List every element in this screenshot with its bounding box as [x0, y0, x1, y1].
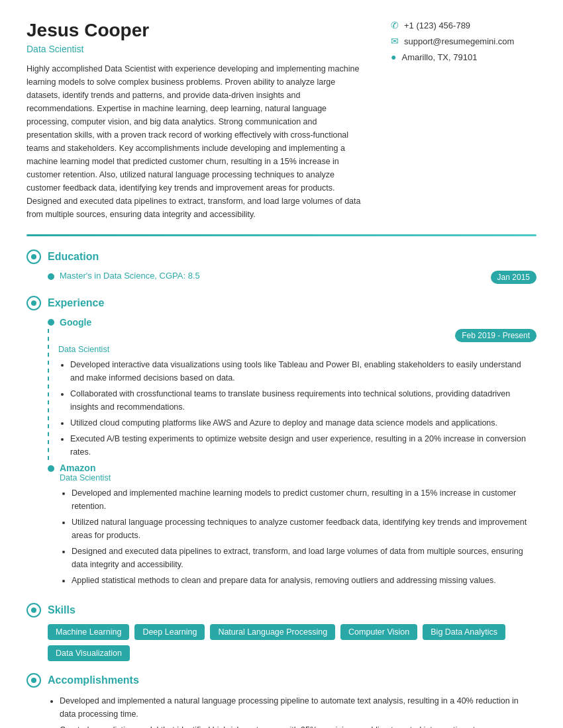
- accomplishments-icon: [26, 673, 41, 688]
- google-content: Feb 2019 - Present Data Scientist Develo…: [58, 329, 537, 463]
- amazon-content: Amazon Data Scientist Developed and impl…: [60, 463, 537, 591]
- google-bullet-2: Collaborated with crossfunctional teams …: [70, 387, 537, 414]
- education-date: Jan 2015: [491, 271, 537, 284]
- phone-number: +1 (123) 456-789: [404, 21, 470, 30]
- google-timeline: Feb 2019 - Present Data Scientist Develo…: [48, 329, 537, 463]
- education-title: Education: [48, 251, 99, 263]
- experience-header: Experience: [26, 296, 537, 310]
- amazon-dot: [48, 465, 54, 472]
- skills-header: Skills: [26, 603, 537, 617]
- header-right: ✆ +1 (123) 456-789 ✉ support@resumegemin…: [391, 20, 537, 62]
- email-address: support@resumegemini.com: [404, 36, 514, 46]
- skills-section: Skills Machine Learning Deep Learning Na…: [26, 603, 537, 661]
- education-icon-inner: [31, 254, 36, 259]
- location-icon: ●: [391, 52, 396, 62]
- accomplishments-icon-inner: [31, 678, 36, 683]
- location-contact: ● Amarillo, TX, 79101: [391, 52, 537, 62]
- amazon-role: Data Scientist: [60, 473, 537, 482]
- header: Jesus Cooper Data Scientist Highly accom…: [26, 20, 537, 221]
- accomplishments-title: Accomplishments: [48, 674, 139, 686]
- accomplishments-header: Accomplishments: [26, 673, 537, 688]
- education-entry: Master's in Data Science, CGPA: 8.5 Jan …: [48, 271, 537, 284]
- experience-icon: [26, 296, 41, 310]
- accomplishments-section: Accomplishments Developed and implemente…: [26, 673, 537, 728]
- accomplishments-bullets: Developed and implemented a natural lang…: [48, 694, 537, 728]
- acc-bullet-2: Created a predictive model that identifi…: [60, 723, 537, 728]
- amazon-bullets: Developed and implemented machine learni…: [60, 486, 537, 587]
- accomplishments-content: Developed and implemented a natural lang…: [48, 694, 537, 728]
- candidate-name: Jesus Cooper: [26, 20, 391, 41]
- section-divider: [26, 234, 537, 236]
- email-icon: ✉: [391, 36, 399, 46]
- google-bullet-3: Utilized cloud computing platforms like …: [70, 416, 537, 430]
- amazon-bullet-2: Utilized natural language processing tec…: [72, 516, 537, 542]
- skills-container: Machine Learning Deep Learning Natural L…: [48, 624, 537, 661]
- google-bullets: Developed interactive data visualization…: [58, 358, 537, 459]
- phone-icon: ✆: [391, 20, 399, 30]
- job-title: Data Scientist: [26, 44, 391, 54]
- amazon-bullet-1: Developed and implemented machine learni…: [72, 486, 537, 513]
- google-bullet-1: Developed interactive data visualization…: [70, 358, 537, 385]
- skill-computer-vision: Computer Vision: [340, 624, 417, 640]
- acc-bullet-1: Developed and implemented a natural lang…: [60, 694, 537, 721]
- education-section: Education Master's in Data Science, CGPA…: [26, 250, 537, 284]
- education-icon: [26, 250, 41, 264]
- experience-section: Experience Google Feb 2019 - Present Dat…: [26, 296, 537, 591]
- education-degree: Master's in Data Science, CGPA: 8.5: [60, 271, 200, 281]
- skills-title: Skills: [48, 604, 76, 616]
- skill-deep-learning: Deep Learning: [134, 624, 205, 640]
- google-bullet-4: Executed A/B testing experiments to opti…: [70, 432, 537, 459]
- education-header: Education: [26, 250, 537, 264]
- education-content: Master's in Data Science, CGPA: 8.5: [48, 271, 491, 281]
- edu-dot: [48, 273, 54, 280]
- email-contact: ✉ support@resumegemini.com: [391, 36, 537, 46]
- amazon-bullet-4: Applied statistical methods to clean and…: [72, 574, 537, 587]
- google-date: Feb 2019 - Present: [455, 329, 537, 342]
- amazon-row: Amazon Data Scientist Developed and impl…: [48, 463, 537, 591]
- skills-icon-inner: [31, 608, 36, 613]
- experience-title: Experience: [48, 297, 104, 309]
- skill-data-viz: Data Visualization: [48, 645, 130, 661]
- experience-icon-inner: [31, 300, 36, 306]
- phone-contact: ✆ +1 (123) 456-789: [391, 20, 537, 30]
- summary: Highly accomplished Data Scientist with …: [26, 62, 364, 221]
- google-dot: [48, 319, 54, 326]
- skill-machine-learning: Machine Learning: [48, 624, 129, 640]
- skill-big-data: Big Data Analytics: [423, 624, 505, 640]
- skill-nlp: Natural Language Processing: [210, 624, 335, 640]
- location-text: Amarillo, TX, 79101: [401, 52, 477, 62]
- google-role: Data Scientist: [58, 345, 537, 354]
- google-date-row: Feb 2019 - Present: [58, 329, 537, 342]
- resume-container: Jesus Cooper Data Scientist Highly accom…: [0, 0, 563, 728]
- amazon-bullet-3: Designed and executed data pipelines to …: [72, 545, 537, 571]
- skills-icon: [26, 603, 41, 617]
- google-name: Google: [60, 317, 91, 328]
- google-timeline-line: [48, 329, 49, 463]
- header-left: Jesus Cooper Data Scientist Highly accom…: [26, 20, 391, 221]
- amazon-name: Amazon: [60, 463, 537, 473]
- google-company-row: Google: [48, 317, 537, 328]
